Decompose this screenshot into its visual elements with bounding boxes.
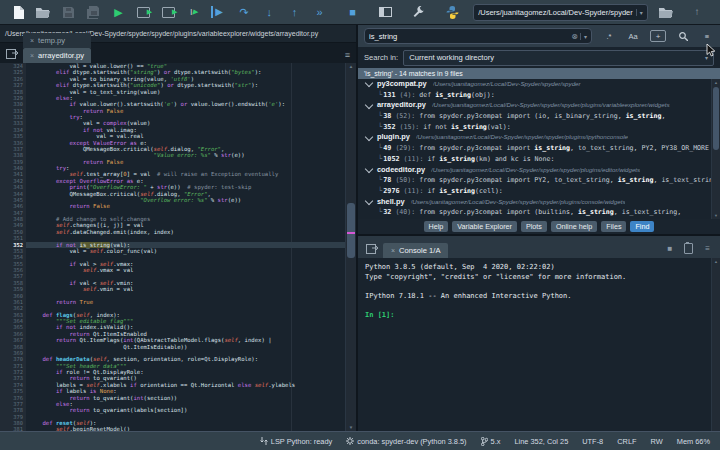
- browse-directory-icon[interactable]: [656, 4, 676, 20]
- status-line-352-col-25[interactable]: Line 352, Col 25: [514, 437, 568, 446]
- stop-debug-icon[interactable]: ■: [343, 4, 363, 20]
- result-match-row[interactable]: └38 (52): from spyder.py3compat import (…: [358, 111, 711, 122]
- scroll-up-icon[interactable]: ▲: [712, 259, 720, 264]
- search-history-caret-icon[interactable]: ▾: [580, 33, 587, 40]
- scroll-up-icon[interactable]: ▲: [712, 80, 720, 85]
- pane-tab-find[interactable]: Find: [630, 221, 654, 232]
- result-file-row[interactable]: shell.py/Users/juanitagomez/Local/Dev-Sp…: [358, 197, 711, 208]
- console-prompt[interactable]: In [1]:: [365, 311, 708, 321]
- run-cell-icon[interactable]: ▶: [134, 4, 154, 20]
- code-area[interactable]: val = value.lower() == "true" elif dtype…: [26, 63, 345, 431]
- run-selection-icon[interactable]: I▶: [184, 4, 204, 20]
- match-column: (11):: [400, 186, 428, 197]
- result-match-row[interactable]: └352 (15): if not is_string(val):: [358, 122, 711, 133]
- status-mem-66-[interactable]: Mem 66%: [677, 437, 710, 446]
- search-box[interactable]: ⊗ ▾: [364, 28, 592, 44]
- status-5-x[interactable]: 5.x: [481, 437, 501, 446]
- chevron-down-icon[interactable]: [365, 100, 373, 108]
- browse-tabs-icon[interactable]: [4, 47, 20, 61]
- result-file-row[interactable]: arrayeditor.py/Users/juanitagomez/Local/…: [358, 100, 711, 111]
- results-scrollbar[interactable]: ▲ ▼: [711, 79, 720, 219]
- step-into-icon[interactable]: ↓: [259, 4, 279, 20]
- result-file-row[interactable]: plugin.py/Users/juanitagomez/Local/Dev-S…: [358, 132, 711, 143]
- status-label: CRLF: [617, 437, 636, 446]
- case-sensitive-icon[interactable]: Aa: [626, 29, 640, 43]
- find-in-files-pane: ⊗ ▾ .* Aa + ≡ Search in: Current working…: [358, 25, 720, 236]
- match-column: (52):: [391, 111, 419, 122]
- exclude-pattern-icon[interactable]: +: [650, 30, 666, 42]
- console-options-menu-icon[interactable]: ≡: [705, 244, 710, 253]
- parent-directory-icon[interactable]: ↑: [687, 4, 707, 20]
- code-line[interactable]: self.beginResetModel(): [26, 426, 345, 431]
- editor-tab-temp-py[interactable]: ×temp.py: [23, 33, 91, 48]
- tree-elbow-icon: └: [378, 143, 382, 154]
- code-editor[interactable]: 3243253263273283293303313323333343353363…: [0, 63, 356, 431]
- pane-tab-plots[interactable]: Plots: [521, 221, 547, 232]
- scroll-down-icon[interactable]: ▼: [346, 425, 356, 430]
- preferences-wrench-icon[interactable]: [409, 4, 429, 20]
- result-file-row[interactable]: py3compat.py/Users/juanitagomez/Local/De…: [358, 79, 711, 90]
- working-directory-combobox[interactable]: /Users/juanitagomez/Local/Dev-Spyder/spy…: [473, 4, 648, 21]
- step-over-icon[interactable]: ↷: [234, 4, 254, 20]
- search-icon[interactable]: [676, 29, 690, 43]
- open-file-icon[interactable]: [33, 4, 53, 20]
- step-return-icon[interactable]: ↑: [284, 4, 304, 20]
- status-lsp-python[interactable]: LSP Python: ready: [260, 437, 333, 446]
- close-tab-icon[interactable]: ×: [30, 52, 34, 59]
- new-file-icon[interactable]: [8, 4, 28, 20]
- chevron-down-icon[interactable]: [365, 197, 373, 205]
- result-match-row[interactable]: └49 (29): from spyder.py3compat import i…: [358, 143, 711, 154]
- status-crlf[interactable]: CRLF: [617, 437, 636, 446]
- branch-icon: [481, 437, 488, 446]
- maximize-pane-icon[interactable]: [376, 4, 396, 20]
- scroll-up-icon[interactable]: ▲: [346, 64, 356, 69]
- console-tab[interactable]: × Console 1/A: [383, 243, 448, 258]
- search-results-tree[interactable]: ▲ ▼ py3compat.py/Users/juanitagomez/Loca…: [358, 79, 720, 219]
- find-options-menu-icon[interactable]: ≡: [700, 29, 714, 43]
- result-match-row[interactable]: └131 (4): def is_string(obj):: [358, 90, 711, 101]
- status-rw[interactable]: RW: [651, 437, 663, 446]
- close-tab-icon[interactable]: ×: [391, 247, 395, 254]
- result-match-row[interactable]: └2976 (11): if is_string(cell):: [358, 186, 711, 197]
- result-match-row[interactable]: └1052 (11): if is_string(km) and kc is N…: [358, 154, 711, 165]
- editor-tab-arrayeditor-py[interactable]: ×arrayeditor.py: [23, 48, 91, 63]
- chevron-down-icon[interactable]: ▾: [636, 9, 643, 16]
- chevron-down-icon[interactable]: [365, 133, 373, 141]
- run-file-icon[interactable]: ▶: [109, 4, 129, 20]
- editor-options-menu-icon[interactable]: ≡: [341, 50, 354, 60]
- clear-search-icon[interactable]: ⊗: [569, 32, 580, 41]
- pane-tab-files[interactable]: Files: [601, 221, 626, 232]
- close-tab-icon[interactable]: ×: [30, 37, 34, 44]
- continue-icon[interactable]: »: [310, 4, 330, 20]
- console-output[interactable]: Python 3.8.5 (default, Sep 4 2020, 02:22…: [358, 258, 720, 431]
- scrollbar-handle[interactable]: [713, 87, 719, 150]
- search-in-combobox[interactable]: Current working directory ▾: [403, 50, 714, 66]
- scrollbar-handle[interactable]: [347, 203, 355, 258]
- scroll-down-icon[interactable]: ▼: [712, 213, 720, 218]
- save-icon[interactable]: [58, 4, 78, 20]
- status-conda[interactable]: conda: spyder-dev (Python 3.8.5): [346, 437, 466, 446]
- browse-tabs-icon[interactable]: [364, 242, 380, 256]
- regex-toggle-icon[interactable]: .*: [602, 29, 616, 43]
- result-match-row[interactable]: └78 (50): from spyder.py3compat import P…: [358, 175, 711, 186]
- chevron-down-icon[interactable]: [365, 165, 373, 173]
- conda-icon: [346, 437, 354, 445]
- interrupt-kernel-icon[interactable]: ■: [667, 244, 672, 253]
- search-in-value: Current working directory: [409, 53, 705, 62]
- pane-tab-online-help[interactable]: Online help: [551, 221, 597, 232]
- result-file-row[interactable]: codeeditor.py/Users/juanitagomez/Local/D…: [358, 165, 711, 176]
- result-file-path: /Users/juanitagomez/Local/Dev-Spyder/spy…: [432, 100, 670, 111]
- run-cell-advance-icon[interactable]: ▶: [159, 4, 179, 20]
- pane-tab-help[interactable]: Help: [424, 221, 449, 232]
- debug-file-icon[interactable]: ▶: [209, 4, 229, 20]
- chevron-down-icon[interactable]: [365, 79, 373, 87]
- save-all-icon[interactable]: [83, 4, 103, 20]
- pane-tab-variable-explorer[interactable]: Variable Explorer: [452, 221, 517, 232]
- status-utf-8[interactable]: UTF-8: [582, 437, 603, 446]
- result-match-row[interactable]: └32 (40): from spyder.py3compat import (…: [358, 207, 711, 218]
- inspect-object-icon[interactable]: [684, 243, 693, 254]
- pythonpath-manager-icon[interactable]: [442, 4, 462, 20]
- console-scrollbar[interactable]: ▲: [711, 258, 720, 431]
- search-input[interactable]: [369, 32, 569, 41]
- editor-scrollbar[interactable]: ▲ ▼: [345, 63, 356, 431]
